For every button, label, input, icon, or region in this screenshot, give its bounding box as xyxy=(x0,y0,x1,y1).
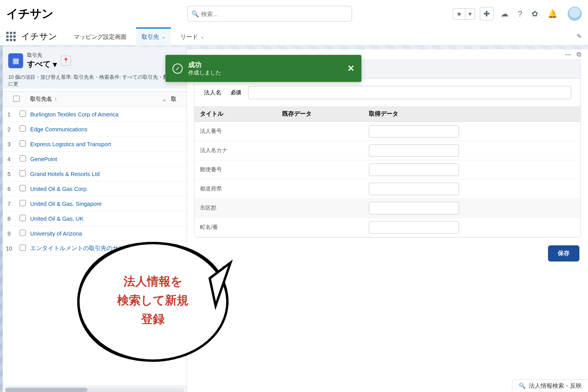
grid-row-label: 都道府県 xyxy=(194,180,277,199)
account-link[interactable]: GenePoint xyxy=(30,156,57,162)
pin-listview-button[interactable]: 📍 xyxy=(61,56,71,66)
setup-gear-icon[interactable]: ✿ xyxy=(529,7,541,20)
annotation-callout: 法人情報を 検索して新規登録 xyxy=(71,235,235,376)
chevron-down-icon: ⌄ xyxy=(200,34,204,40)
grid-row-label: 町名/番 xyxy=(194,218,277,237)
save-row: 保存 xyxy=(187,241,588,266)
table-row[interactable]: 5Grand Hotels & Resorts Ltd xyxy=(3,167,187,181)
row-checkbox[interactable] xyxy=(20,111,26,117)
row-checkbox[interactable] xyxy=(20,200,26,206)
row-checkbox[interactable] xyxy=(20,140,26,147)
grid-header-title: タイトル xyxy=(194,106,277,122)
row-checkbox[interactable] xyxy=(20,230,26,236)
field-label: 法人名 xyxy=(204,89,221,96)
table-row[interactable]: 2Edge Communications xyxy=(3,122,187,137)
grid-input[interactable] xyxy=(369,144,459,157)
search-icon: 🔍 xyxy=(519,383,526,389)
grid-input[interactable] xyxy=(369,183,459,195)
create-account-card: 取引先新規作成： 法人名 必須 タイトル 既存データ 取得データ 法人番号 法人… xyxy=(194,60,581,238)
account-object-icon: ▦ xyxy=(8,53,23,68)
app-launcher-icon[interactable] xyxy=(6,32,16,41)
data-grid: タイトル 既存データ 取得データ 法人番号 法人名カナ 郵便番号 都道府県 市区… xyxy=(194,106,581,237)
company-name-input[interactable] xyxy=(248,86,571,99)
row-checkbox[interactable] xyxy=(20,170,26,176)
company-name-field: 法人名 必須 xyxy=(194,79,581,106)
global-header: イチサン 🔍 ★ ▾ ✚ ☁ ? ✿ 🔔 xyxy=(0,0,588,27)
tab-leads[interactable]: リード⌄ xyxy=(175,27,210,45)
row-checkbox[interactable] xyxy=(20,215,26,221)
grid-row-label: 法人番号 xyxy=(194,122,277,141)
table-row[interactable]: 3Express Logistics and Transport xyxy=(3,137,187,152)
caret-down-icon: ▾ xyxy=(53,60,57,69)
utility-label: 法人情報検索・反映 xyxy=(529,382,582,390)
table-row[interactable]: 4GenePoint xyxy=(3,152,187,167)
required-indicator: 必須 xyxy=(231,89,241,96)
account-link[interactable]: United Oil & Gas, Singapore xyxy=(30,201,102,207)
sort-asc-icon: ↑ xyxy=(54,96,57,102)
grid-input[interactable] xyxy=(369,202,459,214)
account-link[interactable]: Express Logistics and Transport xyxy=(30,141,111,147)
salesforce-help-icon[interactable]: ☁ xyxy=(498,7,511,20)
global-search: 🔍 xyxy=(187,6,352,22)
popout-icon[interactable]: ⧉ xyxy=(577,51,581,58)
grid-header-fetched: 取得データ xyxy=(363,106,581,122)
success-toast: ✓ 成功 作成しました ✕ xyxy=(165,55,361,82)
table-row[interactable]: 8United Oil & Gas, UK xyxy=(3,211,187,226)
grid-input[interactable] xyxy=(369,221,459,234)
decorative-pattern xyxy=(187,45,588,49)
minimize-icon[interactable]: — xyxy=(565,51,571,58)
pin-icon: 📍 xyxy=(63,58,69,64)
add-button[interactable]: ✚ xyxy=(480,7,494,20)
row-checkbox[interactable] xyxy=(20,155,26,162)
account-link[interactable]: Burlington Textiles Corp of America xyxy=(30,111,118,118)
annotation-line1: 法人情報を xyxy=(112,272,194,291)
grid-row-label: 法人名カナ xyxy=(194,141,277,160)
search-icon: 🔍 xyxy=(191,10,199,18)
list-column-header: 取引先名 ↑ ⌄ 取 xyxy=(3,91,187,107)
user-avatar[interactable] xyxy=(568,7,582,21)
favorites-menu[interactable]: ★ ▾ xyxy=(453,8,475,20)
account-link[interactable]: Grand Hotels & Resorts Ltd xyxy=(30,171,100,177)
app-logo: イチサン xyxy=(6,6,53,22)
help-icon[interactable]: ? xyxy=(515,8,524,20)
account-link[interactable]: United Oil & Gas Corp. xyxy=(30,186,88,192)
star-icon: ★ xyxy=(453,9,465,19)
select-all-checkbox[interactable] xyxy=(13,96,20,102)
utility-bar-item[interactable]: 🔍 法人情報検索・反映 xyxy=(512,379,588,392)
app-nav: イチサン マッピング設定画面 取引先⌄ リード⌄ ✎ xyxy=(0,27,588,45)
toast-title: 成功 xyxy=(188,60,221,69)
notifications-bell-icon[interactable]: 🔔 xyxy=(545,7,560,20)
save-button[interactable]: 保存 xyxy=(548,245,579,261)
app-name: イチサン xyxy=(21,31,57,42)
detail-panel: — ⧉ 取引先新規作成： 法人名 必須 タイトル 既存データ 取得データ 法人番… xyxy=(187,45,588,392)
annotation-line2: 検索して新規登録 xyxy=(112,291,194,328)
edit-nav-icon[interactable]: ✎ xyxy=(577,33,582,40)
row-checkbox[interactable] xyxy=(20,185,26,191)
table-row[interactable]: 7United Oil & Gas, Singapore xyxy=(3,196,187,211)
row-checkbox[interactable] xyxy=(20,125,26,132)
horizontal-scrollbar[interactable] xyxy=(5,388,184,392)
grid-row-label: 郵便番号 xyxy=(194,160,277,180)
object-label: 取引先 xyxy=(27,52,57,59)
list-footer xyxy=(3,386,187,392)
table-row[interactable]: 6United Oil & Gas Corp. xyxy=(3,181,187,196)
list-view-meta: 10 個の項目・並び替え基準: 取引先名・検索条件: すべての取引先・数秒前 に… xyxy=(3,74,187,91)
tab-mapping-settings[interactable]: マッピング設定画面 xyxy=(68,27,132,45)
list-view-picker[interactable]: すべて ▾ xyxy=(27,59,57,69)
column-extra: 取 xyxy=(171,96,187,103)
table-row[interactable]: 1Burlington Textiles Corp of America xyxy=(3,107,187,122)
column-account-name[interactable]: 取引先名 ↑ xyxy=(30,96,158,103)
grid-input[interactable] xyxy=(369,125,459,138)
account-link[interactable]: United Oil & Gas, UK xyxy=(30,216,83,222)
check-circle-icon: ✓ xyxy=(172,64,183,74)
grid-input[interactable] xyxy=(369,163,459,176)
chevron-down-icon: ⌄ xyxy=(162,34,165,40)
toast-close-icon[interactable]: ✕ xyxy=(347,64,354,74)
tab-accounts[interactable]: 取引先⌄ xyxy=(136,27,171,45)
global-search-input[interactable] xyxy=(187,6,352,22)
chevron-down-icon: ▾ xyxy=(465,9,475,19)
row-checkbox[interactable] xyxy=(20,245,26,251)
list-view-header: ▦ 取引先 すべて ▾ 📍 xyxy=(3,47,187,74)
account-link[interactable]: Edge Communications xyxy=(30,126,87,132)
column-menu-icon[interactable]: ⌄ xyxy=(158,96,171,102)
